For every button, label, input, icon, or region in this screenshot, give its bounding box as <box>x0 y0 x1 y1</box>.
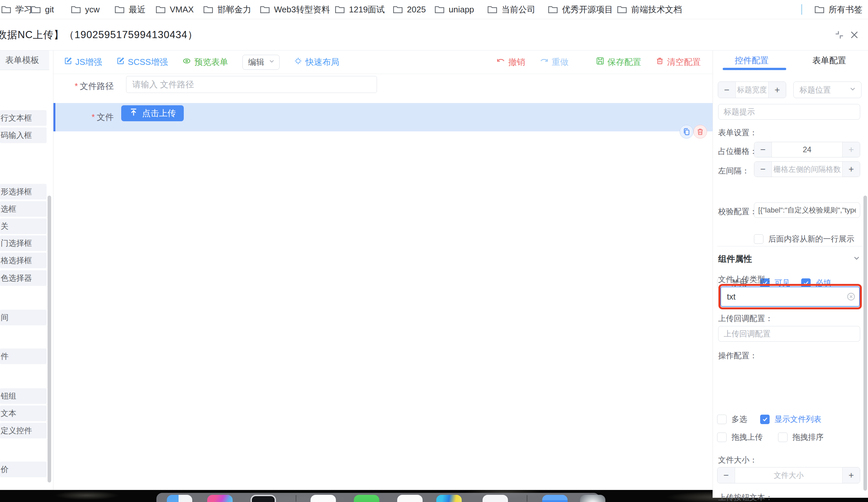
tab-control-config[interactable]: 控件配置 <box>713 51 790 70</box>
component-props-header[interactable]: 组件属性 <box>718 253 752 265</box>
dock-app-yellow-dot[interactable] <box>397 495 423 502</box>
bookmark-folder-ycw[interactable]: ycw <box>71 0 100 19</box>
bookmark-folder-web3[interactable]: Web3转型资料 <box>260 0 330 19</box>
dock-app-blue-folder[interactable] <box>542 495 568 502</box>
bookmark-folder-2025[interactable]: 2025 <box>393 0 426 19</box>
sidebar-item-custom-control[interactable]: 定义控件 <box>0 423 46 439</box>
show-file-list-checkbox[interactable]: 显示文件列表 <box>760 414 822 424</box>
undo-button[interactable]: 撤销 <box>496 57 525 68</box>
stepper-plus-button[interactable]: + <box>842 162 860 177</box>
bookmark-folder-dangqiangongsi[interactable]: 当前公司 <box>487 0 535 19</box>
upload-type-input[interactable] <box>720 287 860 307</box>
left-gap-value[interactable]: 栅格左侧的间隔格数 <box>772 162 842 177</box>
save-icon <box>596 57 604 68</box>
validate-input[interactable] <box>754 203 860 218</box>
drag-sort-checkbox[interactable]: 拖拽排序 <box>778 432 824 442</box>
dock-app-red-dot[interactable] <box>310 495 336 502</box>
bookmark-folder-git[interactable]: git <box>31 0 54 19</box>
bookmarks-divider <box>801 4 802 15</box>
stepper-minus-button[interactable]: − <box>754 142 772 157</box>
sidebar-scrollbar[interactable] <box>48 196 51 482</box>
dock-app-prism[interactable] <box>207 495 232 502</box>
dock-app-gem[interactable] <box>436 495 462 502</box>
bookmark-label: 邯郸金力 <box>217 4 251 15</box>
sidebar-item-checkbox[interactable]: 选框 <box>0 201 46 217</box>
folder-icon <box>260 5 270 14</box>
sidebar-item-rich-text[interactable]: 文本 <box>0 406 46 421</box>
stepper-plus-button[interactable]: + <box>842 468 860 483</box>
upload-button[interactable]: 点击上传 <box>121 105 184 121</box>
copy-field-icon[interactable] <box>680 125 693 139</box>
mode-select[interactable]: 编辑 <box>242 55 280 70</box>
sidebar-item-tree-select[interactable]: 形选择框 <box>0 184 46 199</box>
panel-tabs: 控件配置 表单配置 <box>713 51 868 70</box>
dock-app-white[interactable] <box>483 495 508 502</box>
bookmark-folder-xuexi[interactable]: 学习 <box>1 0 32 19</box>
sidebar-item-button-group[interactable]: 钮组 <box>0 388 46 404</box>
tab-form-config[interactable]: 表单配置 <box>790 51 868 70</box>
title-tip-input-wrap <box>718 104 860 120</box>
bookmark-folder-zuijin[interactable]: 最近 <box>115 0 146 19</box>
bookmark-folder-qianduanjishu[interactable]: 前端技术文档 <box>617 0 682 19</box>
dock-app-green-chat[interactable] <box>354 495 379 502</box>
bookmark-folder-uniapp[interactable]: uniapp <box>435 0 474 19</box>
delete-field-icon[interactable] <box>693 125 707 139</box>
bookmark-folder-1219[interactable]: 1219面试 <box>335 0 385 19</box>
dock-app-blue-white[interactable] <box>167 495 192 502</box>
sidebar-item-table-select[interactable]: 格选择框 <box>0 253 46 268</box>
stepper-plus-button[interactable]: + <box>768 82 786 98</box>
close-icon[interactable] <box>848 28 861 41</box>
bookmark-all-bookmarks[interactable]: 所有书签 <box>815 0 862 19</box>
dock-app-globe-cluster[interactable] <box>580 495 606 502</box>
stepper-plus-button[interactable]: + <box>842 142 860 157</box>
stepper-minus-button[interactable]: − <box>754 162 772 177</box>
sidebar-item-rate[interactable]: 价 <box>0 462 46 477</box>
file-size-value[interactable]: 文件大小 <box>735 468 842 483</box>
panel-scrollbar[interactable] <box>864 196 867 491</box>
redo-button[interactable]: 重做 <box>539 57 569 68</box>
title-width-value[interactable]: 标题宽度 <box>736 82 768 98</box>
title-position-select[interactable]: 标题位置 <box>793 82 861 98</box>
preview-form-button[interactable]: 预览表单 <box>182 57 228 68</box>
quick-layout-button[interactable]: 快速布局 <box>294 57 339 68</box>
title-tip-input[interactable] <box>718 104 860 120</box>
folder-icon <box>435 5 444 14</box>
scss-enhance-button[interactable]: SCSS增强 <box>116 57 168 68</box>
sidebar-item-password-input[interactable]: 码输入框 <box>0 127 46 143</box>
grid-value[interactable]: 24 <box>772 142 842 157</box>
clear-input-icon[interactable] <box>846 292 856 303</box>
newline-checkbox[interactable]: 后面内容从新的一行展示 <box>754 234 854 244</box>
bookmark-folder-handanjinli[interactable]: 邯郸金力 <box>203 0 251 19</box>
sidebar-item-switch[interactable]: 关 <box>0 218 46 234</box>
drag-upload-checkbox[interactable]: 拖拽上传 <box>717 432 763 442</box>
file-path-input[interactable] <box>126 76 377 93</box>
undo-label: 撤销 <box>508 57 525 68</box>
scss-enhance-label: SCSS增强 <box>128 57 168 68</box>
sidebar-item-file[interactable]: 件 <box>0 348 46 364</box>
sidebar-item-color-picker[interactable]: 色选择器 <box>0 270 46 286</box>
selected-file-field-row[interactable]: *文件 点击上传 <box>53 103 713 131</box>
js-enhance-label: JS增强 <box>75 57 102 68</box>
dock-app-dark-device[interactable] <box>250 495 276 502</box>
action-config-label: 操作配置： <box>718 350 757 361</box>
checkbox-icon <box>754 234 763 244</box>
sidebar-item-dept-select[interactable]: 门选择框 <box>0 235 46 251</box>
folder-icon <box>71 5 81 14</box>
multiple-checkbox[interactable]: 多选 <box>717 414 747 424</box>
stepper-minus-button[interactable]: − <box>718 82 736 98</box>
js-enhance-button[interactable]: JS增强 <box>64 57 102 68</box>
save-config-button[interactable]: 保存配置 <box>596 57 641 68</box>
drag-sort-label: 拖拽排序 <box>793 432 824 442</box>
fullscreen-toggle-icon[interactable] <box>833 28 846 41</box>
bookmark-folder-vmax[interactable]: VMAX <box>156 0 194 19</box>
required-marker: * <box>75 81 78 91</box>
sidebar-item-time[interactable]: 间 <box>0 310 46 325</box>
clear-config-button[interactable]: 清空配置 <box>655 57 701 68</box>
upload-callback-input[interactable] <box>718 326 860 342</box>
bookmark-folder-youxiukaiyuan[interactable]: 优秀开源项目 <box>548 0 613 19</box>
folder-icon <box>487 5 497 14</box>
redo-label: 重做 <box>551 57 569 68</box>
stepper-minus-button[interactable]: − <box>717 468 735 483</box>
sidebar-item-text-input[interactable]: 行文本框 <box>0 110 46 126</box>
chevron-down-icon[interactable] <box>852 254 861 264</box>
